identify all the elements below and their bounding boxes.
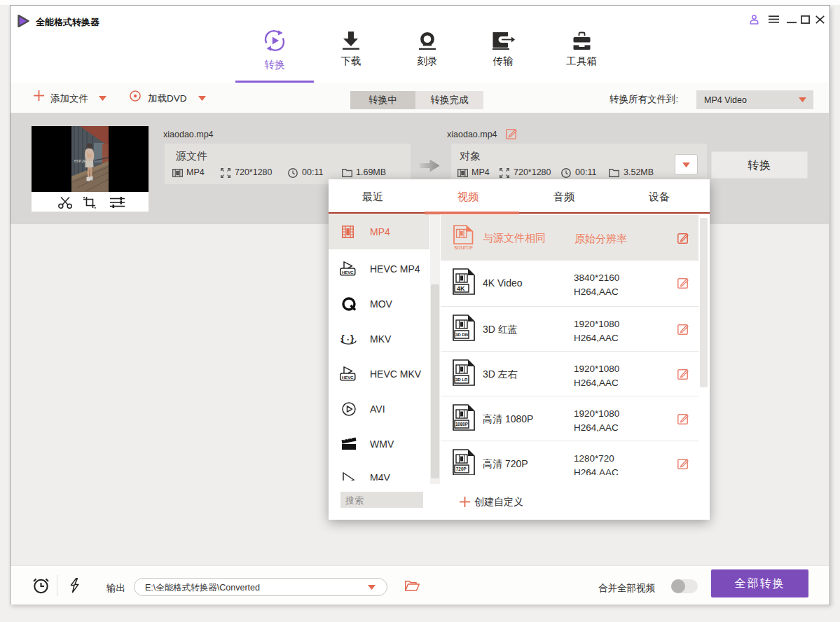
svg-text:HYP 2%: HYP 2% bbox=[74, 160, 86, 163]
svg-text:3D LR: 3D LR bbox=[455, 377, 468, 382]
svg-text:1080P: 1080P bbox=[455, 422, 469, 427]
svg-text:HEVC: HEVC bbox=[342, 375, 354, 380]
svg-text:4K: 4K bbox=[457, 285, 465, 292]
svg-text:720P: 720P bbox=[456, 466, 467, 471]
svg-text:HEVC: HEVC bbox=[342, 270, 354, 275]
svg-text:3D RB: 3D RB bbox=[455, 332, 469, 337]
svg-text:}: } bbox=[350, 333, 354, 343]
svg-text:source: source bbox=[454, 244, 473, 251]
